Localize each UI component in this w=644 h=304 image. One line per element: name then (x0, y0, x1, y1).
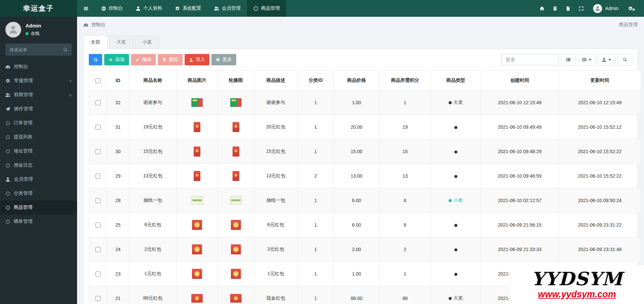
sidebar-item-commission-log[interactable]: 佣金日志 (0, 158, 77, 172)
type-dot (449, 199, 452, 202)
column-header-0[interactable]: ID (107, 71, 129, 90)
table-header-row: ID商品名称商品图片轮播图商品描述分类ID商品价格商品所需积分商品类型创建时间更… (89, 71, 641, 90)
fullscreen-button[interactable] (575, 0, 588, 17)
tab-small-prize[interactable]: 小奖 (135, 36, 159, 49)
sidebar-item-withdrawal-list[interactable]: 提现列表 (0, 130, 77, 144)
sidebar-item-category-management[interactable]: 分类管理 (0, 186, 77, 200)
caret-down-icon (608, 59, 611, 61)
topnav-item-profile[interactable]: 个人资料 (129, 0, 169, 17)
sidebar-item-general-management[interactable]: 常规管理‹ (0, 74, 77, 88)
row-checkbox[interactable] (95, 271, 101, 277)
column-header-5[interactable]: 分类ID (298, 71, 334, 90)
type-dot (449, 297, 452, 300)
trash-icon (162, 58, 167, 62)
cell-points: 13 (380, 164, 431, 188)
row-checkbox[interactable] (95, 296, 101, 301)
more-button[interactable]: 更多 (211, 54, 236, 65)
topnav-right: Admin (535, 0, 644, 17)
tab-all[interactable]: 全部 (83, 36, 108, 49)
table-row: 31 19元红包 20元红包 1 20.00 19 2021-06-10 09:… (89, 115, 641, 139)
refresh-icon (93, 58, 98, 62)
import-button[interactable]: 导入 (185, 54, 209, 65)
column-header-9[interactable]: 创建时间 (481, 71, 559, 90)
search-toggle-button[interactable] (618, 54, 632, 65)
sidebar-item-order-management[interactable]: 订单管理 (0, 116, 77, 130)
row-checkbox[interactable] (95, 100, 101, 105)
cell-updated: 2021-06-10 15:52:22 (559, 139, 641, 164)
view-toggle-button[interactable] (561, 54, 576, 65)
settings-button[interactable] (624, 0, 639, 17)
product-image (230, 98, 242, 107)
cell-image (177, 237, 218, 262)
watermark-url: www.yydsym.com (538, 289, 616, 300)
refresh-button[interactable] (89, 54, 102, 65)
sidebar-menu: 控制台常规管理‹权限管理‹插件管理订单管理提现列表地址管理佣金日志会员管理分类管… (0, 60, 77, 229)
product-image (233, 122, 239, 132)
circle-icon (6, 191, 10, 196)
sidebar-item-plugin-management[interactable]: 插件管理 (0, 102, 77, 116)
brand-logo[interactable]: 幸运盒子 (0, 0, 77, 17)
circle-icon (6, 219, 10, 224)
circle-icon (6, 163, 10, 168)
sidebar-item-product-management[interactable]: 商品管理 (0, 200, 77, 215)
sidebar-item-permission-management[interactable]: 权限管理‹ (0, 88, 77, 102)
cell-name: 抽纸一包 (129, 188, 177, 213)
cell-category-id: 2 (298, 164, 334, 188)
admin-menu[interactable]: Admin (589, 0, 623, 17)
plane-icon (5, 107, 10, 112)
topnav-item-product-management[interactable]: 商品管理 (247, 0, 286, 17)
row-checkbox[interactable] (95, 149, 101, 154)
row-checkbox[interactable] (95, 174, 101, 179)
table-row: 28 抽纸一包 抽纸一包 1 6.00 6 小奖 2021-06-10 02:1… (89, 188, 641, 213)
columns-button[interactable] (578, 54, 595, 65)
sidebar-item-address-management[interactable]: 地址管理 (0, 144, 77, 158)
column-header-4[interactable]: 商品描述 (254, 71, 298, 90)
topnav-item-sidebar-toggle[interactable] (77, 0, 95, 17)
row-select-cell (89, 286, 107, 304)
column-header-8[interactable]: 商品类型 (431, 71, 481, 90)
column-header-7[interactable]: 商品所需积分 (380, 71, 431, 90)
cell-category-id: 1 (298, 262, 334, 286)
cell-type (431, 237, 481, 262)
cell-image (177, 213, 218, 237)
select-all-checkbox[interactable] (95, 78, 101, 83)
column-header-3[interactable]: 轮播图 (218, 71, 254, 90)
cell-id: 29 (107, 164, 129, 188)
column-header-10[interactable]: 更新时间 (559, 71, 641, 90)
type-dot (449, 101, 452, 104)
breadcrumb-left[interactable]: 控制台 (91, 22, 106, 28)
row-checkbox[interactable] (95, 125, 101, 130)
row-checkbox[interactable] (95, 223, 101, 228)
delete-button[interactable]: 删除 (158, 54, 183, 65)
sidebar-item-member-management[interactable]: 会员管理 (0, 172, 77, 186)
sidebar-search-input[interactable] (5, 44, 72, 56)
topnav-item-system-config[interactable]: 系统配置 (169, 0, 208, 17)
export-button[interactable] (598, 54, 615, 65)
topnav-item-member-management[interactable]: 会员管理 (208, 0, 247, 17)
topnav-item-console[interactable]: 控制台 (95, 0, 129, 17)
column-header-2[interactable]: 商品图片 (177, 71, 218, 90)
column-header-6[interactable]: 商品价格 (334, 71, 380, 90)
table-row: 24 2元红包 2元红包 1 2.00 2 2021-06-09 21:33:3… (89, 237, 641, 262)
cell-name: 2元红包 (129, 237, 177, 262)
cell-price: 6.00 (334, 188, 380, 213)
cell-image (177, 90, 218, 115)
sidebar-item-console[interactable]: 控制台 (0, 60, 77, 74)
column-header-1[interactable]: 商品名称 (129, 71, 177, 90)
tab-big-prize[interactable]: 大奖 (109, 36, 133, 49)
product-image (191, 294, 203, 303)
cell-description: 15元红包 (254, 139, 298, 164)
docs-button[interactable] (562, 0, 575, 17)
cell-carousel-image (218, 188, 254, 213)
clear-cache-button[interactable] (549, 0, 562, 17)
home-button[interactable] (535, 0, 549, 17)
type-dot (454, 273, 457, 276)
table-search-input[interactable] (502, 54, 559, 65)
trash-icon (553, 6, 558, 11)
sidebar-item-show-order-management[interactable]: 晒单管理 (0, 215, 77, 229)
edit-button[interactable]: 编辑 (131, 54, 156, 65)
add-button[interactable]: 添加 (104, 54, 129, 65)
row-checkbox[interactable] (95, 247, 101, 252)
row-checkbox[interactable] (95, 198, 101, 203)
cell-points: 2 (380, 237, 431, 262)
